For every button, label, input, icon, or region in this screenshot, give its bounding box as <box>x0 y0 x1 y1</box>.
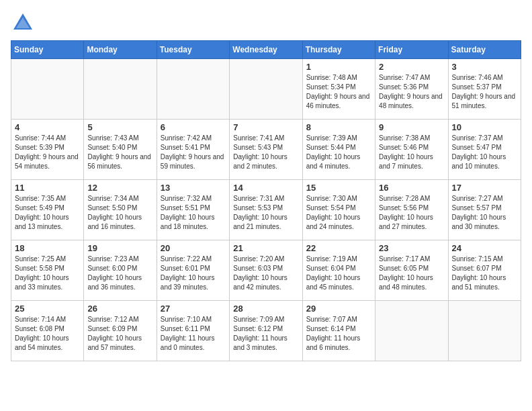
day-number: 29 <box>306 304 371 314</box>
calendar-cell: 3Sunrise: 7:46 AM Sunset: 5:37 PM Daylig… <box>448 59 521 120</box>
day-number: 10 <box>452 122 517 132</box>
calendar-cell: 11Sunrise: 7:35 AM Sunset: 5:49 PM Dayli… <box>11 180 84 240</box>
day-number: 1 <box>306 62 371 72</box>
calendar-cell: 6Sunrise: 7:42 AM Sunset: 5:41 PM Daylig… <box>157 120 229 180</box>
day-info: Sunrise: 7:15 AM Sunset: 6:07 PM Dayligh… <box>452 255 517 292</box>
day-number: 8 <box>306 122 371 132</box>
day-info: Sunrise: 7:27 AM Sunset: 5:57 PM Dayligh… <box>452 194 517 232</box>
day-info: Sunrise: 7:46 AM Sunset: 5:37 PM Dayligh… <box>452 73 517 111</box>
day-info: Sunrise: 7:42 AM Sunset: 5:41 PM Dayligh… <box>161 134 226 171</box>
logo <box>11 11 38 35</box>
calendar-cell: 12Sunrise: 7:34 AM Sunset: 5:50 PM Dayli… <box>84 180 157 240</box>
calendar-cell: 13Sunrise: 7:32 AM Sunset: 5:51 PM Dayli… <box>157 180 229 240</box>
calendar-table: SundayMondayTuesdayWednesdayThursdayFrid… <box>11 40 521 361</box>
calendar-cell: 25Sunrise: 7:14 AM Sunset: 6:08 PM Dayli… <box>11 301 84 361</box>
day-number: 23 <box>379 243 444 253</box>
weekday-header-row: SundayMondayTuesdayWednesdayThursdayFrid… <box>11 41 521 59</box>
weekday-header-saturday: Saturday <box>448 41 521 59</box>
day-number: 11 <box>15 183 80 193</box>
calendar-cell: 26Sunrise: 7:12 AM Sunset: 6:09 PM Dayli… <box>84 301 157 361</box>
day-number: 6 <box>161 122 226 132</box>
day-number: 5 <box>87 122 152 132</box>
calendar-cell: 20Sunrise: 7:22 AM Sunset: 6:01 PM Dayli… <box>157 240 229 301</box>
day-number: 22 <box>306 243 371 253</box>
day-info: Sunrise: 7:31 AM Sunset: 5:53 PM Dayligh… <box>233 194 298 232</box>
day-info: Sunrise: 7:32 AM Sunset: 5:51 PM Dayligh… <box>161 194 226 232</box>
calendar-cell: 7Sunrise: 7:41 AM Sunset: 5:43 PM Daylig… <box>230 120 302 180</box>
day-info: Sunrise: 7:19 AM Sunset: 6:04 PM Dayligh… <box>306 255 371 292</box>
calendar-week-row: 25Sunrise: 7:14 AM Sunset: 6:08 PM Dayli… <box>11 301 521 361</box>
day-number: 19 <box>87 243 152 253</box>
calendar-cell: 4Sunrise: 7:44 AM Sunset: 5:39 PM Daylig… <box>11 120 84 180</box>
day-info: Sunrise: 7:34 AM Sunset: 5:50 PM Dayligh… <box>87 194 152 232</box>
calendar-cell: 14Sunrise: 7:31 AM Sunset: 5:53 PM Dayli… <box>230 180 302 240</box>
calendar-cell: 5Sunrise: 7:43 AM Sunset: 5:40 PM Daylig… <box>84 120 157 180</box>
calendar-cell: 8Sunrise: 7:39 AM Sunset: 5:44 PM Daylig… <box>302 120 375 180</box>
calendar-cell: 16Sunrise: 7:28 AM Sunset: 5:56 PM Dayli… <box>375 180 448 240</box>
calendar-cell: 1Sunrise: 7:48 AM Sunset: 5:34 PM Daylig… <box>302 59 375 120</box>
weekday-header-friday: Friday <box>375 41 448 59</box>
calendar-cell <box>11 59 84 120</box>
calendar-cell: 24Sunrise: 7:15 AM Sunset: 6:07 PM Dayli… <box>448 240 521 301</box>
day-number: 21 <box>233 243 298 253</box>
day-info: Sunrise: 7:09 AM Sunset: 6:12 PM Dayligh… <box>233 315 298 353</box>
calendar-cell: 27Sunrise: 7:10 AM Sunset: 6:11 PM Dayli… <box>157 301 229 361</box>
calendar-cell: 29Sunrise: 7:07 AM Sunset: 6:14 PM Dayli… <box>302 301 375 361</box>
calendar-week-row: 4Sunrise: 7:44 AM Sunset: 5:39 PM Daylig… <box>11 120 521 180</box>
day-number: 12 <box>87 183 152 193</box>
day-number: 26 <box>87 304 152 314</box>
calendar-cell: 10Sunrise: 7:37 AM Sunset: 5:47 PM Dayli… <box>448 120 521 180</box>
day-number: 18 <box>15 243 80 253</box>
calendar-cell: 15Sunrise: 7:30 AM Sunset: 5:54 PM Dayli… <box>302 180 375 240</box>
day-info: Sunrise: 7:25 AM Sunset: 5:58 PM Dayligh… <box>15 255 80 292</box>
day-number: 27 <box>161 304 226 314</box>
day-number: 9 <box>379 122 444 132</box>
day-number: 2 <box>379 62 444 72</box>
day-number: 13 <box>161 183 226 193</box>
day-number: 14 <box>233 183 298 193</box>
day-info: Sunrise: 7:44 AM Sunset: 5:39 PM Dayligh… <box>15 134 80 171</box>
day-number: 16 <box>379 183 444 193</box>
day-info: Sunrise: 7:20 AM Sunset: 6:03 PM Dayligh… <box>233 255 298 292</box>
day-info: Sunrise: 7:23 AM Sunset: 6:00 PM Dayligh… <box>87 255 152 292</box>
calendar-cell: 2Sunrise: 7:47 AM Sunset: 5:36 PM Daylig… <box>375 59 448 120</box>
day-info: Sunrise: 7:22 AM Sunset: 6:01 PM Dayligh… <box>161 255 226 292</box>
calendar-cell <box>157 59 229 120</box>
day-number: 4 <box>15 122 80 132</box>
weekday-header-monday: Monday <box>84 41 157 59</box>
calendar-cell <box>448 301 521 361</box>
day-number: 20 <box>161 243 226 253</box>
day-info: Sunrise: 7:35 AM Sunset: 5:49 PM Dayligh… <box>15 194 80 232</box>
calendar-cell: 9Sunrise: 7:38 AM Sunset: 5:46 PM Daylig… <box>375 120 448 180</box>
day-number: 7 <box>233 122 298 132</box>
day-info: Sunrise: 7:17 AM Sunset: 6:05 PM Dayligh… <box>379 255 444 292</box>
day-info: Sunrise: 7:12 AM Sunset: 6:09 PM Dayligh… <box>87 315 152 353</box>
calendar-cell: 21Sunrise: 7:20 AM Sunset: 6:03 PM Dayli… <box>230 240 302 301</box>
logo-icon <box>11 11 35 35</box>
day-info: Sunrise: 7:30 AM Sunset: 5:54 PM Dayligh… <box>306 194 371 232</box>
calendar-cell: 28Sunrise: 7:09 AM Sunset: 6:12 PM Dayli… <box>230 301 302 361</box>
calendar-cell <box>230 59 302 120</box>
calendar-cell <box>84 59 157 120</box>
day-number: 3 <box>452 62 517 72</box>
calendar-week-row: 11Sunrise: 7:35 AM Sunset: 5:49 PM Dayli… <box>11 180 521 240</box>
day-info: Sunrise: 7:48 AM Sunset: 5:34 PM Dayligh… <box>306 73 371 111</box>
day-number: 28 <box>233 304 298 314</box>
header <box>11 11 521 35</box>
weekday-header-tuesday: Tuesday <box>157 41 229 59</box>
day-info: Sunrise: 7:41 AM Sunset: 5:43 PM Dayligh… <box>233 134 298 171</box>
day-info: Sunrise: 7:47 AM Sunset: 5:36 PM Dayligh… <box>379 73 444 111</box>
day-number: 17 <box>452 183 517 193</box>
day-info: Sunrise: 7:07 AM Sunset: 6:14 PM Dayligh… <box>306 315 371 353</box>
day-number: 24 <box>452 243 517 253</box>
day-number: 25 <box>15 304 80 314</box>
weekday-header-sunday: Sunday <box>11 41 84 59</box>
day-info: Sunrise: 7:37 AM Sunset: 5:47 PM Dayligh… <box>452 134 517 171</box>
calendar-cell: 17Sunrise: 7:27 AM Sunset: 5:57 PM Dayli… <box>448 180 521 240</box>
calendar-cell: 19Sunrise: 7:23 AM Sunset: 6:00 PM Dayli… <box>84 240 157 301</box>
calendar-week-row: 1Sunrise: 7:48 AM Sunset: 5:34 PM Daylig… <box>11 59 521 120</box>
day-info: Sunrise: 7:14 AM Sunset: 6:08 PM Dayligh… <box>15 315 80 353</box>
calendar-cell: 18Sunrise: 7:25 AM Sunset: 5:58 PM Dayli… <box>11 240 84 301</box>
day-number: 15 <box>306 183 371 193</box>
day-info: Sunrise: 7:28 AM Sunset: 5:56 PM Dayligh… <box>379 194 444 232</box>
